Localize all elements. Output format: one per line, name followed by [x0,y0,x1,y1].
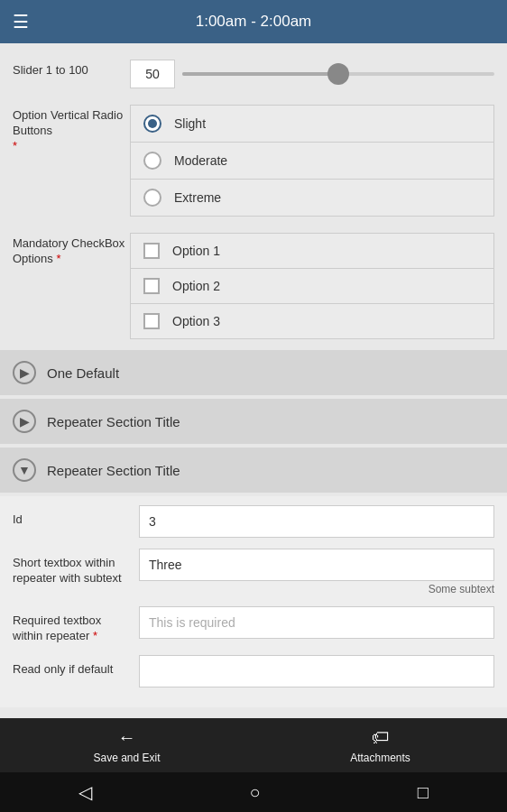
checkbox-group-control: Option 1 Option 2 Option 3 [130,233,494,339]
repeater-id-control [139,505,494,538]
repeater-shorttext-label: Short textbox within repeater with subte… [13,549,130,586]
radio-option-moderate[interactable]: Moderate [131,143,493,180]
android-nav-bar: ◁ ○ □ [0,772,507,812]
main-content: Slider 1 to 100 50 Option Vertical Radio… [0,43,507,718]
radio-label-moderate: Moderate [174,153,227,168]
slider-row: Slider 1 to 100 50 [0,52,507,96]
radio-circle-moderate[interactable] [143,152,161,170]
repeater-shorttext-input[interactable] [139,549,494,581]
save-exit-button[interactable]: ← Save and Exit [0,718,254,772]
section-title-3: Repeater Section Title [47,463,180,478]
repeater-required-label: Required textbox within repeater * [13,606,130,644]
attachments-icon: 🏷 [372,727,390,748]
repeater-id-input[interactable] [139,505,494,538]
checkbox-option-1[interactable]: Option 1 [131,234,493,269]
header-title: 1:00am - 2:00am [196,13,312,31]
section-collapse-icon-3: ▼ [13,458,36,482]
checkbox-square-3[interactable] [143,313,160,329]
repeater-readonly-row: Read only if default [13,655,494,687]
bottom-bar: ← Save and Exit 🏷 Attachments [0,718,507,772]
repeater-shorttext-control: Some subtext [139,549,494,595]
save-exit-label: Save and Exit [93,752,160,764]
radio-group-control: Slight Moderate Extreme [130,105,494,217]
repeater-shorttext-subtext: Some subtext [139,583,494,595]
checkbox-required-star: * [56,252,60,265]
app-header: ☰ 1:00am - 2:00am [0,0,507,43]
checkbox-label-3: Option 3 [172,314,220,328]
slider-control: 50 [130,60,494,88]
repeater-id-label: Id [13,505,130,528]
menu-icon[interactable]: ☰ [13,11,29,32]
repeater-required-input[interactable] [139,606,494,639]
checkbox-label-1: Option 1 [172,244,220,258]
repeater-readonly-input[interactable] [139,655,494,687]
repeater-id-row: Id [13,505,494,538]
radio-circle-extreme[interactable] [143,189,161,207]
checkbox-label-2: Option 2 [172,279,220,293]
repeater-required-control [139,606,494,639]
radio-group-row: Option Vertical Radio Buttons * Slight M… [0,97,507,224]
attachments-button[interactable]: 🏷 Attachments [254,718,507,772]
save-exit-icon: ← [118,727,136,748]
checkbox-square-2[interactable] [143,278,160,294]
repeater-readonly-label: Read only if default [13,655,130,678]
radio-label: Option Vertical Radio Buttons * [13,105,130,154]
attachments-label: Attachments [350,752,410,764]
checkbox-square-1[interactable] [143,243,160,259]
slider-label: Slider 1 to 100 [13,60,130,78]
section-one-default[interactable]: ▶ One Default [0,350,507,395]
radio-option-extreme[interactable]: Extreme [131,180,493,216]
nav-back-icon[interactable]: ◁ [78,781,92,803]
repeater-readonly-control [139,655,494,687]
checkbox-group: Option 1 Option 2 Option 3 [130,233,494,339]
radio-group: Slight Moderate Extreme [130,105,494,217]
repeater-required-row: Required textbox within repeater * [13,606,494,644]
radio-label-extreme: Extreme [174,190,221,205]
radio-circle-slight[interactable] [143,115,161,133]
checkbox-option-2[interactable]: Option 2 [131,269,493,304]
slider-fill [182,72,338,76]
checkbox-group-row: Mandatory CheckBox Options * Option 1 Op… [0,226,507,346]
checkbox-option-3[interactable]: Option 3 [131,304,493,338]
section-title-1: One Default [47,365,119,381]
radio-label-slight: Slight [174,116,206,131]
checkbox-label: Mandatory CheckBox Options * [13,233,130,267]
nav-recents-icon[interactable]: □ [418,782,429,803]
slider-value-display: 50 [130,60,175,88]
slider-thumb[interactable] [327,63,349,85]
repeater-required-star: * [93,629,97,642]
section-collapse-icon-2: ▶ [13,410,36,433]
repeater-shorttext-row: Short textbox within repeater with subte… [13,549,494,595]
section-collapse-icon-1: ▶ [13,361,36,384]
section-title-2: Repeater Section Title [47,414,180,429]
radio-required-star: * [13,139,17,152]
slider-track[interactable] [182,72,494,76]
radio-option-slight[interactable]: Slight [131,106,493,143]
nav-home-icon[interactable]: ○ [249,782,260,803]
repeater-content: Id Short textbox within repeater with su… [0,496,507,707]
section-repeater-collapsed[interactable]: ▶ Repeater Section Title [0,399,507,444]
section-repeater-expanded-header[interactable]: ▼ Repeater Section Title [0,448,507,493]
